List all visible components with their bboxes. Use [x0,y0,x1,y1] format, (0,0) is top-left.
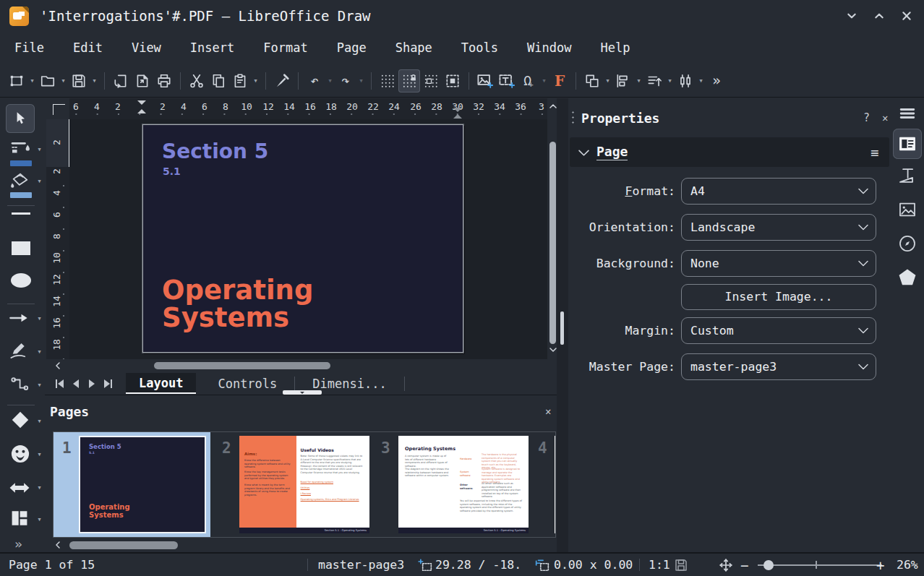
slide-page[interactable]: Section 5 5.1 Operating Systems [142,124,463,353]
pages-scroll-left-icon[interactable] [54,541,62,549]
insert-special-character-button[interactable]: Ω+ [518,69,539,93]
help-button[interactable]: ? [863,111,870,124]
lines-and-arrows-tool[interactable] [9,311,29,325]
page-info[interactable]: Page 1 of 15 [9,554,95,576]
zoom-out-button[interactable]: − [740,554,748,576]
maximize-button[interactable] [870,7,888,25]
ruler-margin-marker[interactable] [453,108,462,112]
drawing-toolbar-overflow[interactable]: » [14,536,22,551]
zoom-fit-icon[interactable] [719,554,733,576]
arrange-dropdown[interactable]: ▾ [665,76,675,85]
scale-indicator[interactable]: 1:1 [649,554,670,576]
menu-file[interactable]: File [0,32,59,64]
new-drawing-button[interactable] [6,69,27,93]
fontwork-button[interactable]: F [549,69,570,93]
ruler-margin-marker[interactable] [137,100,146,105]
transformations-dropdown[interactable]: ▾ [603,76,612,85]
pages-panel-close-button[interactable]: ✕ [545,405,551,417]
export-pdf-button[interactable] [110,69,132,93]
paste-dropdown[interactable]: ▾ [251,76,260,85]
orientation-select[interactable]: Landscape [681,214,876,241]
zoom-percent[interactable]: 26% [897,554,918,576]
fill-color-tool[interactable] [10,172,30,189]
rectangle-tool[interactable] [12,241,30,255]
page-thumbnail-4[interactable] [555,436,556,533]
slide-heading[interactable]: Operating Systems [162,277,313,332]
transformations-button[interactable] [581,69,603,93]
ruler-margin-marker[interactable] [137,109,146,113]
tab-shapes-deck[interactable] [897,267,917,288]
pages-scrollbar[interactable] [54,540,552,550]
line-color-tool[interactable] [10,140,32,158]
master-page-select[interactable]: master-page3 [681,353,876,380]
undo-dropdown[interactable]: ▾ [325,76,335,85]
display-grid-button[interactable] [377,69,398,93]
curves-and-polygons-tool[interactable] [9,341,28,360]
slide-title[interactable]: Section 5 [162,139,268,163]
first-page-button[interactable] [52,376,68,392]
zoom-in-button[interactable]: + [876,554,884,576]
section-menu-icon[interactable]: ≡ [870,145,878,160]
connectors-dropdown[interactable]: ▾ [35,380,44,390]
tab-properties-deck[interactable] [893,129,922,159]
pages-scrollbar-thumb[interactable] [69,541,178,549]
distribute-dropdown[interactable]: ▾ [696,76,706,85]
format-select[interactable]: A4 [681,178,876,205]
menu-help[interactable]: Help [586,32,644,64]
align-dropdown[interactable]: ▾ [634,76,643,85]
snap-to-grid-button[interactable] [398,69,420,93]
horizontal-ruler[interactable]: 642246810121416182022242628303234363 [69,98,548,119]
tab-character-deck[interactable] [898,166,917,185]
close-button[interactable] [898,7,915,25]
block-arrows-dropdown[interactable]: ▾ [35,483,44,492]
menu-view[interactable]: View [117,32,176,64]
ellipse-tool[interactable] [11,273,31,288]
connectors-tool[interactable] [10,376,29,393]
menu-tools[interactable]: Tools [447,32,513,64]
curves-dropdown[interactable]: ▾ [35,347,44,356]
page-thumbnail-3[interactable]: Operating Systems A computer system is m… [398,436,529,533]
sidebar-splitter-handle[interactable] [560,311,564,345]
zoom-slider-track[interactable] [758,564,882,566]
minimize-button[interactable] [843,7,860,25]
sidebar-splitter[interactable] [557,98,568,552]
toolbar-overflow-button[interactable]: » [706,69,727,93]
cursor-position[interactable]: 29.28 / -18. [435,554,521,576]
basic-shapes-tool[interactable] [11,410,30,429]
object-size[interactable]: 0.00 x 0.00 [554,554,633,576]
lines-arrows-dropdown[interactable]: ▾ [35,314,44,323]
horizontal-scrollbar[interactable] [45,359,557,372]
previous-page-button[interactable] [68,376,84,392]
save-dropdown[interactable]: ▾ [90,76,99,85]
last-page-button[interactable] [100,376,116,392]
distribute-selection-button[interactable] [675,69,696,93]
insert-text-box-button[interactable] [496,69,518,93]
helplines-while-moving-button[interactable] [420,69,442,93]
insert-image-button[interactable]: Insert Image... [681,284,876,310]
menu-shape[interactable]: Shape [381,32,447,64]
tab-gallery-deck[interactable] [898,201,917,218]
layer-tab-layout[interactable]: Layout [126,373,196,394]
ruler-margin-marker[interactable] [453,114,462,119]
margin-select[interactable]: Custom [681,317,876,344]
arrange-button[interactable] [643,69,665,93]
layer-tab-controls[interactable]: Controls [205,373,290,394]
menu-insert[interactable]: Insert [176,32,249,64]
new-dropdown[interactable]: ▾ [27,76,37,85]
background-select[interactable]: None [681,250,876,277]
open-button[interactable] [37,69,59,93]
zoom-pan-button[interactable] [442,69,463,93]
scroll-left-icon[interactable] [54,361,62,370]
flowchart-tool[interactable] [10,509,29,528]
export-button[interactable] [132,69,153,93]
slide-subtitle[interactable]: 5.1 [163,166,181,177]
align-objects-button[interactable] [612,69,634,93]
redo-dropdown[interactable]: ▾ [356,76,366,85]
menu-window[interactable]: Window [513,32,586,64]
sidebar-menu-button[interactable] [899,107,915,120]
line-color-dropdown[interactable]: ▾ [35,145,44,154]
basic-shapes-dropdown[interactable]: ▾ [35,416,44,426]
open-dropdown[interactable]: ▾ [59,76,68,85]
properties-close-button[interactable]: ✕ [882,112,888,124]
flowchart-dropdown[interactable]: ▾ [35,515,44,524]
